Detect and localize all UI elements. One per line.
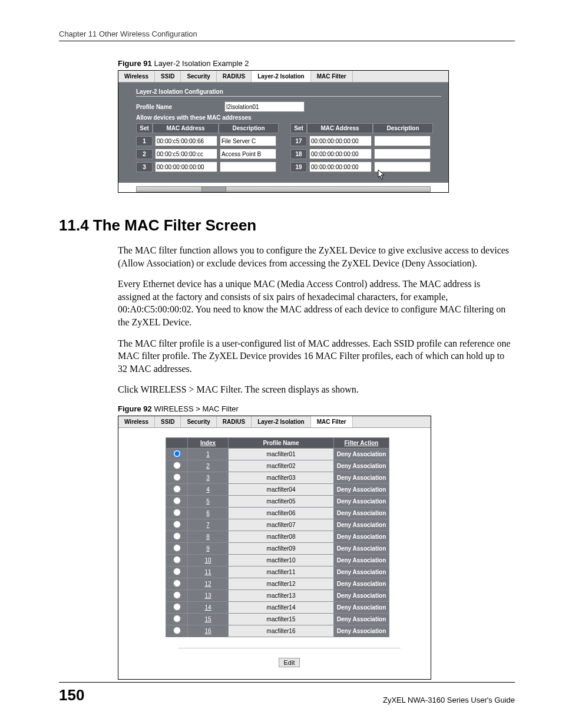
index-cell[interactable]: 11 bbox=[188, 566, 229, 578]
profile-name-cell: macfilter13 bbox=[229, 589, 334, 601]
col-filter-action: Filter Action bbox=[334, 437, 389, 448]
description-input[interactable] bbox=[220, 162, 276, 172]
mac-address-input[interactable] bbox=[155, 136, 217, 146]
select-radio[interactable] bbox=[173, 544, 181, 552]
col-radio bbox=[166, 437, 188, 448]
fig91-tab-ssid[interactable]: SSID bbox=[155, 71, 181, 82]
description-input[interactable] bbox=[374, 149, 431, 159]
select-radio[interactable] bbox=[173, 497, 181, 505]
figure91-caption: Figure 91 Layer-2 Isolation Example 2 bbox=[118, 59, 515, 68]
profile-name-cell: macfilter08 bbox=[229, 531, 334, 542]
profile-name-cell: macfilter03 bbox=[229, 472, 334, 483]
select-radio[interactable] bbox=[173, 556, 181, 564]
profile-name-cell: macfilter05 bbox=[229, 495, 334, 507]
col-set: Set bbox=[290, 123, 307, 133]
fig92-tab-ssid[interactable]: SSID bbox=[155, 416, 181, 427]
section-heading: 11.4 The MAC Filter Screen bbox=[59, 216, 515, 235]
index-cell[interactable]: 15 bbox=[188, 613, 229, 625]
mac-address-input[interactable] bbox=[309, 162, 372, 172]
fig91-tab-security[interactable]: Security bbox=[181, 71, 216, 82]
page-footer: 150 ZyXEL NWA-3160 Series User's Guide bbox=[59, 682, 515, 704]
fig91-tab-wireless[interactable]: Wireless bbox=[118, 71, 155, 82]
fig91-tab-mac-filter[interactable]: MAC Filter bbox=[311, 71, 353, 82]
table-row: 9macfilter09Deny Association bbox=[166, 542, 389, 554]
layer2-isolation-title: Layer-2 Isolation Configuration bbox=[136, 88, 441, 97]
index-cell[interactable]: 8 bbox=[188, 531, 229, 542]
mac-address-input[interactable] bbox=[309, 136, 372, 146]
select-radio[interactable] bbox=[173, 568, 181, 575]
select-radio[interactable] bbox=[173, 521, 181, 528]
set-index: 1 bbox=[136, 136, 153, 146]
table-row: 14macfilter14Deny Association bbox=[166, 601, 389, 613]
index-cell[interactable]: 5 bbox=[188, 495, 229, 507]
select-radio[interactable] bbox=[173, 627, 181, 634]
description-input[interactable] bbox=[374, 136, 431, 146]
set-index: 3 bbox=[136, 162, 153, 172]
mac-row: 2 bbox=[136, 149, 279, 159]
fig92-tab-wireless[interactable]: Wireless bbox=[118, 416, 155, 427]
index-cell[interactable]: 13 bbox=[188, 589, 229, 601]
mac-address-input[interactable] bbox=[155, 162, 217, 172]
description-input[interactable] bbox=[374, 162, 431, 172]
index-cell[interactable]: 12 bbox=[188, 578, 229, 589]
mac-address-input[interactable] bbox=[155, 149, 217, 159]
figure91-caption-bold: Figure 91 bbox=[118, 59, 152, 68]
set-index: 17 bbox=[290, 136, 307, 146]
fig91-tab-radius[interactable]: RADIUS bbox=[217, 71, 252, 82]
fig92-tab-layer-2-isolation[interactable]: Layer-2 Isolation bbox=[252, 416, 310, 427]
figure91-scrollbar[interactable] bbox=[136, 186, 431, 192]
mac-address-input[interactable] bbox=[309, 149, 372, 159]
filter-action-cell: Deny Association bbox=[334, 448, 389, 460]
edit-button[interactable]: Edit bbox=[279, 658, 300, 667]
select-radio[interactable] bbox=[173, 615, 181, 622]
profile-name-cell: macfilter16 bbox=[229, 625, 334, 637]
filter-action-cell: Deny Association bbox=[334, 578, 389, 589]
fig92-tab-security[interactable]: Security bbox=[181, 416, 216, 427]
figure92-caption-text: WIRELESS > MAC Filter bbox=[152, 404, 239, 413]
filter-action-cell: Deny Association bbox=[334, 519, 389, 531]
table-row: 7macfilter07Deny Association bbox=[166, 519, 389, 531]
index-cell[interactable]: 6 bbox=[188, 507, 229, 519]
profile-name-input[interactable] bbox=[224, 101, 305, 112]
index-cell[interactable]: 1 bbox=[188, 448, 229, 460]
select-radio[interactable] bbox=[173, 462, 181, 469]
index-cell[interactable]: 10 bbox=[188, 554, 229, 566]
table-row: 12macfilter12Deny Association bbox=[166, 578, 389, 589]
col-profile-name: Profile Name bbox=[229, 437, 334, 448]
mac-row: 18 bbox=[290, 149, 433, 159]
table-row: 16macfilter16Deny Association bbox=[166, 625, 389, 637]
table-row: 6macfilter06Deny Association bbox=[166, 507, 389, 519]
select-radio[interactable] bbox=[173, 473, 181, 481]
select-radio[interactable] bbox=[173, 532, 181, 540]
set-index: 2 bbox=[136, 149, 153, 159]
index-cell[interactable]: 16 bbox=[188, 625, 229, 637]
index-cell[interactable]: 7 bbox=[188, 519, 229, 531]
select-radio[interactable] bbox=[173, 579, 181, 587]
description-input[interactable] bbox=[220, 136, 276, 146]
filter-action-cell: Deny Association bbox=[334, 472, 389, 483]
select-radio[interactable] bbox=[173, 509, 181, 516]
table-row: 15macfilter15Deny Association bbox=[166, 613, 389, 625]
profile-name-cell: macfilter12 bbox=[229, 578, 334, 589]
filter-action-cell: Deny Association bbox=[334, 625, 389, 637]
fig91-tab-layer-2-isolation[interactable]: Layer-2 Isolation bbox=[252, 71, 310, 82]
table-row: 10macfilter10Deny Association bbox=[166, 554, 389, 566]
profile-name-cell: macfilter02 bbox=[229, 460, 334, 472]
mac-row: 3 bbox=[136, 162, 279, 172]
profile-name-cell: macfilter06 bbox=[229, 507, 334, 519]
figure91-caption-text: Layer-2 Isolation Example 2 bbox=[152, 59, 249, 68]
index-cell[interactable]: 9 bbox=[188, 542, 229, 554]
table-row: 11macfilter11Deny Association bbox=[166, 566, 389, 578]
index-cell[interactable]: 14 bbox=[188, 601, 229, 613]
select-radio[interactable] bbox=[173, 591, 181, 599]
index-cell[interactable]: 3 bbox=[188, 472, 229, 483]
index-cell[interactable]: 2 bbox=[188, 460, 229, 472]
select-radio[interactable] bbox=[173, 450, 181, 457]
index-cell[interactable]: 4 bbox=[188, 483, 229, 495]
select-radio[interactable] bbox=[173, 485, 181, 493]
description-input[interactable] bbox=[220, 149, 276, 159]
profile-name-cell: macfilter11 bbox=[229, 566, 334, 578]
select-radio[interactable] bbox=[173, 603, 181, 611]
fig92-tab-radius[interactable]: RADIUS bbox=[217, 416, 252, 427]
fig92-tab-mac-filter[interactable]: MAC Filter bbox=[311, 416, 353, 427]
